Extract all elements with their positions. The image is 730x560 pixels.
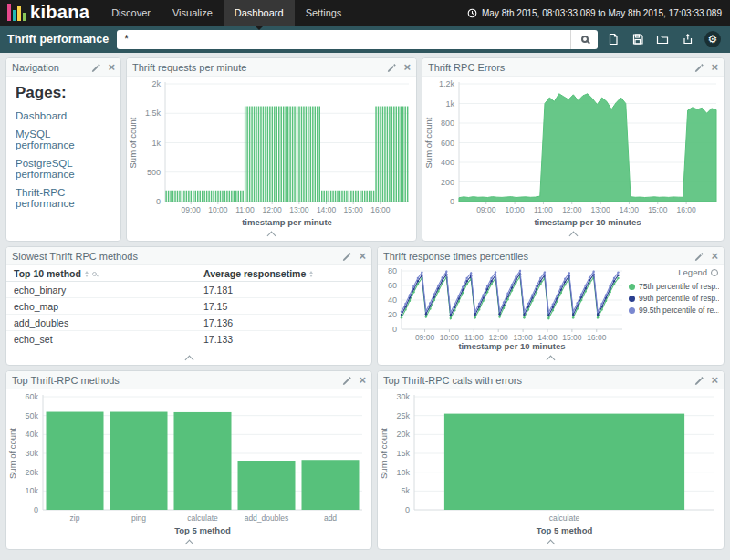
svg-text:20k: 20k xyxy=(25,468,38,477)
svg-text:600: 600 xyxy=(441,139,454,148)
collapse-panel-button[interactable] xyxy=(378,353,724,365)
legend-toggle[interactable]: Legend xyxy=(629,267,719,279)
svg-text:30k: 30k xyxy=(25,449,38,458)
svg-text:15:00: 15:00 xyxy=(344,205,364,214)
document-icon xyxy=(607,33,620,46)
edit-panel-icon[interactable] xyxy=(387,63,396,72)
search-button[interactable] xyxy=(570,30,598,49)
svg-text:500: 500 xyxy=(147,168,161,177)
edit-panel-icon[interactable] xyxy=(694,252,704,261)
panel-response-percentiles-header: Thrift response times percentiles × xyxy=(378,247,724,265)
panel-title: Top Thrift-RPC calls with errors xyxy=(383,375,694,386)
nav-tab-dashboard[interactable]: Dashboard xyxy=(224,0,295,26)
edit-panel-icon[interactable] xyxy=(694,376,704,385)
svg-text:60k: 60k xyxy=(25,392,38,401)
save-dashboard-icon[interactable] xyxy=(631,32,645,47)
svg-text:0: 0 xyxy=(450,197,454,206)
close-panel-icon[interactable]: × xyxy=(359,250,366,262)
column-header-label: Top 10 method xyxy=(14,268,81,279)
svg-text:50k: 50k xyxy=(25,411,38,420)
nav-tab-settings[interactable]: Settings xyxy=(295,0,353,26)
requests-bar-chart: 05001k1.5k2k09:0010:0011:0012:0013:0014:… xyxy=(127,77,416,229)
column-header-responsetime[interactable]: Average responsetime xyxy=(196,265,371,282)
legend-item-75th[interactable]: 75th percentile of resp... xyxy=(629,282,719,291)
top-navbar: kibana Discover Visualize Dashboard Sett… xyxy=(0,0,730,26)
table-row: add_doubles 17.136 xyxy=(6,315,371,331)
svg-text:20k: 20k xyxy=(396,430,410,439)
nav-tab-discover[interactable]: Discover xyxy=(100,0,162,26)
close-panel-icon[interactable]: × xyxy=(711,250,718,262)
share-dashboard-icon[interactable] xyxy=(680,32,694,47)
legend-color-dot xyxy=(629,296,635,302)
panel-title: Slowest Thrift RPC methods xyxy=(12,251,342,262)
load-dashboard-icon[interactable] xyxy=(655,32,670,47)
kibana-logo[interactable]: kibana xyxy=(0,3,100,23)
svg-text:timestamp per minute: timestamp per minute xyxy=(242,217,332,227)
search-icon xyxy=(581,36,589,43)
panel-thrift-rpc-errors: Thrift RPC Errors × 02004006008001k1.2k0… xyxy=(422,57,725,242)
collapse-panel-button[interactable] xyxy=(422,229,724,241)
dashboard-grid: Navigation × Pages: Dashboard MySQL perf… xyxy=(0,53,730,559)
filter-gear-icon[interactable]: ⚙ xyxy=(704,31,721,47)
collapse-panel-button[interactable] xyxy=(6,537,371,549)
svg-text:13:00: 13:00 xyxy=(289,205,309,214)
svg-text:10:00: 10:00 xyxy=(440,333,460,342)
clock-icon xyxy=(467,8,477,18)
filter-magnifier-icon[interactable] xyxy=(92,272,97,276)
kibana-logo-bars-icon xyxy=(7,4,26,21)
legend-color-dot xyxy=(629,307,635,314)
dashboard-title: Thrift performance xyxy=(7,33,109,46)
collapse-panel-button[interactable] xyxy=(127,229,416,241)
legend-item-label: 99th percentile of resp... xyxy=(639,294,719,303)
time-range-picker[interactable]: May 8th 2015, 08:03:33.089 to May 8th 20… xyxy=(467,8,730,18)
method-cell: echo_binary xyxy=(6,282,196,298)
legend-item-99th[interactable]: 99th percentile of resp... xyxy=(629,294,719,303)
svg-text:Sum of count: Sum of count xyxy=(379,428,389,479)
method-cell: echo_map xyxy=(6,298,196,315)
chevron-up-icon xyxy=(547,356,556,365)
legend-toggle-icon xyxy=(711,269,718,276)
nav-tab-visualize[interactable]: Visualize xyxy=(162,0,224,26)
svg-text:0: 0 xyxy=(405,505,410,514)
close-panel-icon[interactable]: × xyxy=(359,374,366,386)
navigation-markdown: Pages: Dashboard MySQL performance Postg… xyxy=(6,77,120,241)
edit-panel-icon[interactable] xyxy=(694,63,704,72)
svg-text:09:00: 09:00 xyxy=(182,205,202,214)
svg-text:ping: ping xyxy=(131,513,146,523)
svg-text:0: 0 xyxy=(156,197,161,206)
svg-text:40: 40 xyxy=(388,296,397,305)
close-panel-icon[interactable]: × xyxy=(711,374,718,386)
value-cell: 17.136 xyxy=(196,315,371,331)
main-nav: Discover Visualize Dashboard Settings xyxy=(100,0,352,26)
svg-text:200: 200 xyxy=(441,178,454,187)
nav-link-mysql-performance[interactable]: MySQL performance xyxy=(16,129,111,150)
svg-text:calculate: calculate xyxy=(549,513,580,523)
column-header-method[interactable]: Top 10 method xyxy=(6,265,196,282)
legend-item-99-5th[interactable]: 99.5th percentile of re... xyxy=(629,306,719,315)
sort-icon[interactable] xyxy=(309,271,313,277)
new-dashboard-icon[interactable] xyxy=(606,32,620,47)
legend-title: Legend xyxy=(678,267,707,277)
svg-text:10k: 10k xyxy=(396,468,410,477)
close-panel-icon[interactable]: × xyxy=(403,61,411,73)
edit-panel-icon[interactable] xyxy=(91,63,100,72)
sort-icon[interactable] xyxy=(85,271,89,277)
nav-link-postgresql-performance[interactable]: PostgreSQL performance xyxy=(16,158,111,180)
close-panel-icon[interactable]: × xyxy=(108,61,115,73)
query-input[interactable] xyxy=(117,30,570,49)
logo-bar-pink xyxy=(7,4,11,21)
svg-text:Top 5 method: Top 5 method xyxy=(174,525,231,535)
svg-text:timestamp per 10 minutes: timestamp per 10 minutes xyxy=(534,217,641,227)
svg-text:10k: 10k xyxy=(25,486,38,495)
nav-link-thrift-rpc-performance[interactable]: Thrift-RPC performance xyxy=(16,187,111,209)
collapse-panel-button[interactable] xyxy=(378,537,724,549)
svg-text:16:00: 16:00 xyxy=(370,205,391,214)
svg-text:1k: 1k xyxy=(445,99,454,109)
collapse-panel-button[interactable] xyxy=(6,353,371,365)
table-row: echo_set 17.133 xyxy=(6,331,371,347)
edit-panel-icon[interactable] xyxy=(342,252,351,261)
nav-link-dashboard[interactable]: Dashboard xyxy=(16,110,111,121)
time-range-text: May 8th 2015, 08:03:33.089 to May 8th 20… xyxy=(482,8,722,18)
edit-panel-icon[interactable] xyxy=(342,376,351,385)
close-panel-icon[interactable]: × xyxy=(711,61,718,73)
